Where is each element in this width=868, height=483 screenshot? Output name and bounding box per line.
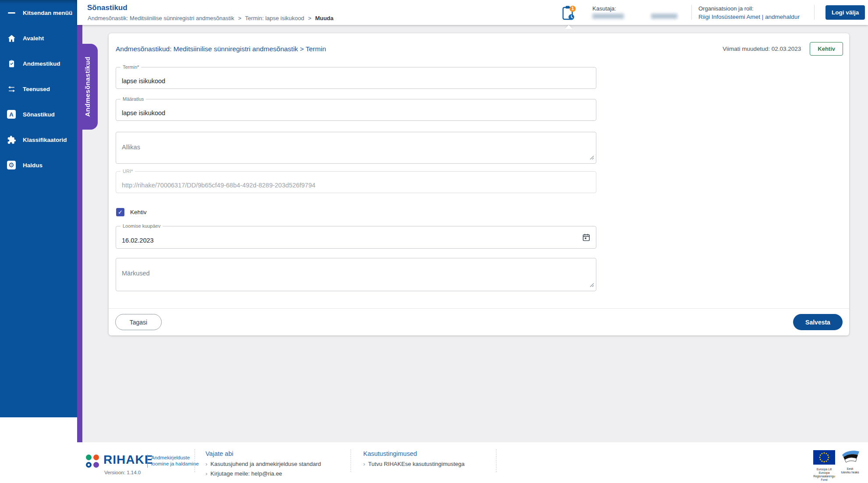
loomise-kuupaev-input[interactable] (116, 226, 596, 248)
sidebar-item-label: Haldus (23, 162, 43, 169)
terms-link[interactable]: ›Tutvu RIHAKEse kasutustingimustega (363, 461, 464, 467)
estonia-flag-logo: Eesti tuleviku heaks (840, 449, 861, 474)
swap-arrows-icon (6, 84, 17, 94)
sidebar-item-label: Sõnastikud (23, 111, 55, 118)
kehtiv-checkbox-label: Kehtiv (130, 209, 147, 215)
version-text: Versioon: 1.14.0 (104, 470, 141, 475)
sidebar: Kitsendan menüü Avaleht Andmestikud Teen… (0, 0, 77, 417)
chevron-right-icon: › (205, 461, 207, 467)
organisation-info: Organisatsioon ja roll: Riigi Infosüstee… (698, 4, 800, 20)
rihake-logo-text: RIHAKE (103, 453, 153, 467)
footer-help-section: Vajate abi ›Kasutusjuhend ja andmekirjel… (205, 450, 321, 480)
help-heading[interactable]: Vajate abi (205, 450, 321, 457)
loomise-kuupaev-field: Loomise kuupäev (116, 226, 596, 249)
active-section-tab[interactable]: Andmesõnastikud (77, 44, 98, 130)
header-divider (691, 5, 692, 20)
sidebar-item-label: Kitsendan menüü (23, 10, 72, 16)
breadcrumb-link-dictionary[interactable]: Andmesõnastik: Meditsiinilise sünniregis… (88, 15, 234, 21)
letter-a-icon (6, 109, 17, 120)
main-content: Andmesõnastikud: Meditsiinilise sünnireg… (82, 25, 868, 442)
save-button[interactable]: Salvesta (793, 314, 843, 330)
allikas-field (116, 132, 596, 164)
termin-input[interactable] (116, 67, 596, 88)
back-button[interactable]: Tagasi (115, 314, 162, 330)
resize-handle-icon[interactable] (590, 154, 594, 162)
kehtiv-checkbox[interactable] (116, 208, 124, 216)
sidebar-item-collapse[interactable]: Kitsendan menüü (0, 0, 77, 25)
sidebar-item-andmestikud[interactable]: Andmestikud (0, 51, 77, 76)
brand-divider (147, 455, 148, 468)
sidebar-item-label: Teenused (23, 86, 50, 92)
brand-tagline: Andmekirjelduste loomine ja haldamine (151, 455, 199, 467)
puzzle-icon (6, 134, 17, 145)
organisation-label: Organisatsioon ja roll: (698, 5, 754, 12)
collapse-menu-icon (6, 7, 17, 18)
footer-divider (496, 449, 496, 472)
maaratlus-input[interactable] (116, 99, 596, 120)
notification-tooltip-arrow (565, 25, 573, 29)
clipboard-check-icon (6, 58, 17, 69)
maaratlus-field: Määratlus (116, 99, 596, 121)
help-link-email[interactable]: ›Kirjutage meile: help@ria.ee (205, 470, 321, 477)
term-edit-card: Andmesõnastikud: Meditsiinilise sünnireg… (109, 33, 849, 335)
gear-icon (6, 160, 17, 170)
svg-text:1: 1 (571, 6, 574, 11)
breadcrumb-separator: > (238, 15, 241, 21)
sidebar-item-haldus[interactable]: Haldus (0, 152, 77, 178)
breadcrumb-separator: > (308, 15, 312, 21)
page-title: Sõnastikud (87, 4, 128, 12)
allikas-textarea[interactable] (116, 132, 596, 163)
uri-field-label: URI* (120, 169, 135, 174)
sidebar-item-label: Avaleht (23, 35, 44, 42)
footer-divider (195, 449, 195, 472)
uri-input (116, 172, 596, 193)
logout-button[interactable]: Logi välja (825, 5, 865, 20)
footer-terms-section: Kasutustingimused ›Tutvu RIHAKEse kasutu… (363, 450, 464, 470)
last-modified-text: Viimati muudetud: 02.03.2023 (723, 46, 801, 52)
help-link-manual[interactable]: ›Kasutusjuhend ja andmekirjelduse standa… (205, 461, 321, 467)
card-footer-divider (109, 308, 849, 309)
breadcrumb-current: Muuda (315, 15, 333, 21)
calendar-icon[interactable] (582, 233, 591, 242)
header-divider (814, 5, 815, 20)
termin-field: Termin* (116, 67, 596, 89)
top-header: Sõnastikud Andmesõnastik: Meditsiinilise… (77, 0, 868, 25)
user-name-redacted (592, 14, 624, 19)
app-window: Kitsendan menüü Avaleht Andmestikud Teen… (0, 0, 868, 483)
sidebar-item-sonastikud[interactable]: Sõnastikud (0, 102, 77, 127)
sidebar-item-klassifikaatorid[interactable]: Klassifikaatorid (0, 127, 77, 152)
chevron-right-icon: › (205, 470, 207, 477)
sidebar-item-label: Andmestikud (23, 60, 60, 67)
card-meta: Viimati muudetud: 02.03.2023 Kehtiv (723, 42, 843, 56)
breadcrumb: Andmesõnastik: Meditsiinilise sünniregis… (88, 15, 333, 21)
chevron-right-icon: › (363, 461, 365, 467)
sidebar-item-teenused[interactable]: Teenused (0, 76, 77, 102)
home-icon (6, 33, 17, 43)
maaratlus-field-label: Määratlus (120, 96, 146, 102)
user-info: Kasutaja: (592, 4, 684, 12)
sidebar-item-label: Klassifikaatorid (23, 137, 67, 143)
footer: RIHAKE Andmekirjelduste loomine ja halda… (0, 442, 868, 483)
markused-field (116, 258, 596, 291)
resize-handle-icon[interactable] (590, 281, 594, 289)
footer-divider (351, 449, 351, 472)
uri-field: URI* (116, 171, 596, 193)
rihake-logo-dots (86, 455, 99, 468)
user-name-redacted (651, 14, 677, 19)
status-badge: Kehtiv (810, 42, 843, 56)
sidebar-item-avaleht[interactable]: Avaleht (0, 25, 77, 51)
terms-heading[interactable]: Kasutustingimused (363, 450, 464, 457)
loomise-kuupaev-label: Loomise kuupäev (120, 223, 163, 229)
kehtiv-checkbox-row[interactable]: Kehtiv (116, 208, 147, 216)
eu-regional-fund-logo: Euroopa Liit Euroopa Regionaalarengu Fon… (812, 450, 836, 482)
termin-field-label: Termin* (120, 64, 141, 70)
notifications-clipboard-icon[interactable]: 1 (562, 5, 577, 21)
active-section-tab-label: Andmesõnastikud (84, 56, 91, 117)
markused-textarea[interactable] (116, 258, 596, 291)
breadcrumb-link-term[interactable]: Termin: lapse isikukood (245, 15, 304, 21)
user-label: Kasutaja: (592, 5, 616, 12)
organisation-role-link[interactable]: Riigi Infosüsteemi Amet | andmehaldur (698, 14, 800, 20)
card-title: Andmesõnastikud: Meditsiinilise sünnireg… (116, 45, 326, 53)
